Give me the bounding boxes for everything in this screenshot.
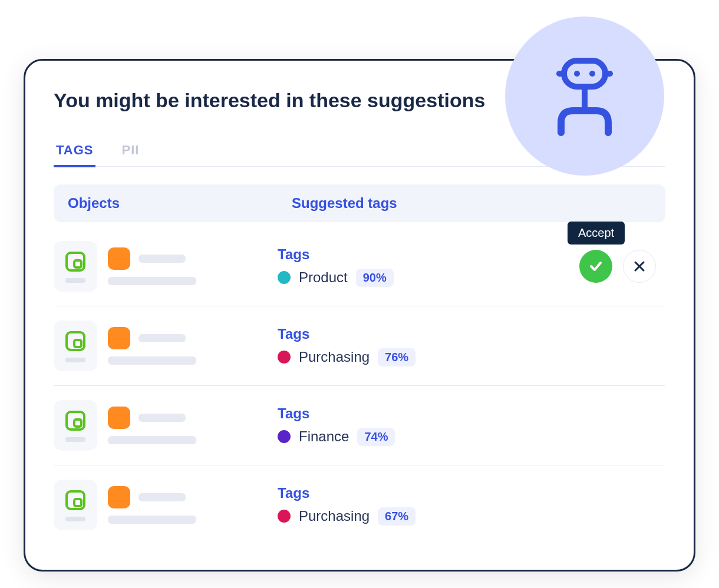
- row-actions: Accept: [579, 250, 656, 283]
- robot-icon: [546, 55, 623, 137]
- table-row: TagsPurchasing67%: [54, 465, 665, 544]
- svg-rect-13: [74, 499, 81, 506]
- placeholder-text: [138, 334, 186, 342]
- svg-point-1: [574, 71, 580, 77]
- placeholder-text: [108, 436, 196, 444]
- placeholder-text: [138, 414, 186, 422]
- accept-tooltip: Accept: [568, 222, 625, 245]
- tag-row: Purchasing76%: [278, 348, 665, 366]
- object-cell: [54, 480, 278, 530]
- check-icon: [588, 258, 604, 275]
- object-cell: [54, 241, 278, 292]
- svg-rect-9: [74, 340, 81, 347]
- close-icon: [633, 260, 646, 273]
- object-cell: [54, 400, 278, 451]
- tag-dot: [278, 351, 291, 364]
- tag-row: Finance74%: [278, 428, 665, 446]
- tags-cell: TagsFinance74%: [278, 405, 665, 446]
- tag-percent: 67%: [378, 507, 415, 526]
- placeholder-text: [138, 255, 186, 263]
- object-meta: [108, 486, 196, 524]
- th-objects: Objects: [68, 195, 292, 212]
- table-row: TagsFinance74%: [54, 386, 665, 465]
- object-type-icon: [54, 321, 97, 371]
- tags-label: Tags: [278, 405, 665, 422]
- object-meta: [108, 247, 196, 285]
- object-color-square: [108, 486, 130, 508]
- rows-container: TagsProduct90%AcceptTagsPurchasing76%Tag…: [54, 227, 665, 544]
- th-suggested-tags: Suggested tags: [292, 195, 651, 212]
- suggestions-card: You might be interested in these suggest…: [24, 59, 695, 572]
- tag-dot: [278, 510, 291, 523]
- object-type-icon: [54, 480, 97, 530]
- robot-badge: [505, 16, 664, 176]
- accept-button[interactable]: Accept: [579, 250, 612, 283]
- svg-point-2: [589, 71, 595, 77]
- tag-name: Purchasing: [299, 349, 370, 365]
- table-row: TagsProduct90%Accept: [54, 227, 665, 306]
- tag-percent: 74%: [357, 428, 395, 446]
- object-color-square: [108, 327, 130, 349]
- tag-percent: 76%: [378, 348, 415, 366]
- object-cell: [54, 321, 278, 371]
- placeholder-text: [108, 516, 196, 524]
- tags-label: Tags: [278, 326, 665, 342]
- tag-row: Purchasing67%: [278, 507, 665, 526]
- object-meta: [108, 407, 196, 444]
- tag-name: Product: [299, 269, 348, 286]
- object-color-square: [108, 247, 130, 270]
- object-type-icon: [54, 400, 97, 451]
- object-type-icon: [54, 241, 97, 292]
- table-header: Objects Suggested tags: [54, 184, 665, 222]
- tag-name: Purchasing: [299, 508, 370, 524]
- tags-cell: TagsPurchasing67%: [278, 485, 665, 526]
- placeholder-text: [108, 356, 196, 365]
- tag-percent: 90%: [356, 269, 394, 287]
- tags-cell: TagsPurchasing76%: [278, 326, 665, 366]
- svg-rect-7: [74, 260, 81, 267]
- tab-pii[interactable]: PII: [119, 136, 141, 167]
- tab-tags[interactable]: TAGS: [54, 136, 95, 167]
- tag-name: Finance: [299, 428, 349, 445]
- svg-rect-11: [74, 419, 81, 427]
- tag-dot: [278, 271, 291, 284]
- tags-label: Tags: [278, 485, 665, 501]
- object-color-square: [108, 407, 130, 429]
- reject-button[interactable]: [623, 250, 656, 283]
- placeholder-text: [108, 277, 196, 285]
- table-row: TagsPurchasing76%: [54, 306, 665, 386]
- placeholder-text: [138, 493, 186, 501]
- object-meta: [108, 327, 196, 365]
- svg-rect-0: [564, 61, 605, 87]
- tag-dot: [278, 430, 291, 443]
